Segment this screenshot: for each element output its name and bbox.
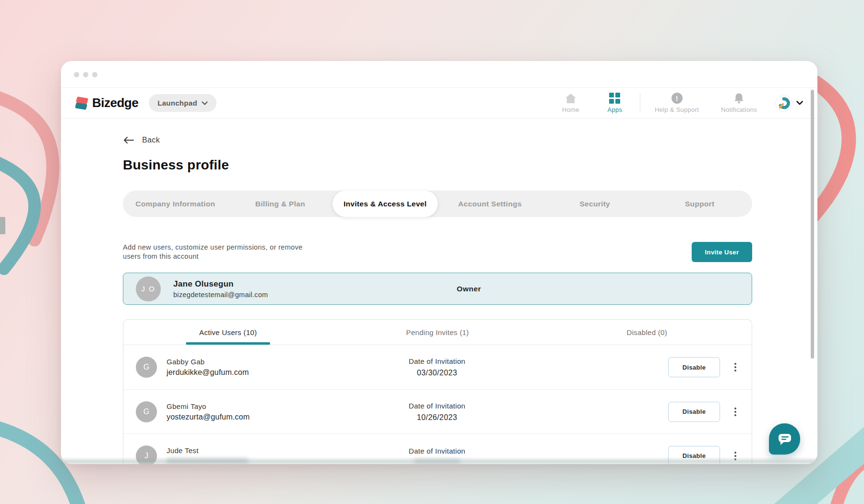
header-nav: Home Apps ! Help & Support Notifications [558,93,803,113]
chat-launcher-button[interactable] [769,423,800,455]
profile-avatar-logo-icon [778,97,790,109]
launchpad-button[interactable]: Launchpad [149,94,216,112]
window-chrome [61,61,817,87]
app-header: Bizedge Launchpad Home Apps ! [61,87,817,119]
invite-user-button[interactable]: Invite User [692,242,752,262]
profile-avatar [775,95,792,112]
profile-menu[interactable] [775,95,803,112]
launchpad-label: Launchpad [157,99,197,107]
invitation-date-label: Date of Invitation [347,402,528,410]
disable-button[interactable]: Disable [668,357,720,377]
user-list-tabs: Active Users (10) Pending Invites (1) Di… [123,320,752,345]
tab-active-users-label: Active Users (10) [199,328,257,336]
tab-company-information[interactable]: Company Information [123,191,228,217]
app-window: Bizedge Launchpad Home Apps ! [61,61,817,464]
arrow-left-icon [123,136,134,144]
user-avatar-initial: G [136,401,157,422]
window-dot [74,72,79,77]
user-row: G Gbemi Tayo yostezurta@gufum.com Date o… [123,389,752,433]
user-row: J Jude Test Date of Invitation Disable [123,433,752,464]
tab-pending-invites-label: Pending Invites (1) [406,328,469,336]
owner-email: bizegdetestemail@gmail.com [173,291,268,299]
chevron-down-icon[interactable] [796,101,803,105]
owner-card: J O Jane Olusegun bizegdetestemail@gmail… [123,273,752,305]
tab-support[interactable]: Support [648,191,753,217]
nav-divider [640,94,640,113]
nav-notifications[interactable]: Notifications [721,93,757,113]
kebab-menu-button[interactable] [732,406,738,418]
kebab-menu-button[interactable] [732,361,738,373]
chevron-down-icon [202,101,208,105]
user-email: yostezurta@gufum.com [167,413,250,421]
tab-account-settings[interactable]: Account Settings [438,191,543,217]
window-dot [83,72,88,77]
user-name: Gbemi Tayo [167,402,250,410]
invitation-date: 10/26/2023 [347,413,528,422]
tab-pending-invites[interactable]: Pending Invites (1) [333,320,542,345]
profile-tab-bar: Company Information Billing & Plan Invit… [123,191,752,217]
invitation-date: 03/30/2023 [347,369,528,377]
nav-apps[interactable]: Apps [602,93,627,113]
scrollbar[interactable] [811,90,814,359]
section-description-line2: users from this account [123,252,302,261]
owner-info: Jane Olusegun bizegdetestemail@gmail.com [173,279,268,299]
blurred-invitation-date [414,459,460,465]
nav-help-support[interactable]: ! Help & Support [655,93,699,113]
disable-button[interactable]: Disable [668,402,720,422]
tab-billing-plan[interactable]: Billing & Plan [228,191,333,217]
owner-role-badge: Owner [457,285,481,293]
invites-toolbar: Add new users, customize user permission… [123,242,752,262]
invitation-date-label: Date of Invitation [347,357,528,365]
home-icon [565,93,576,104]
blurred-user-email [167,458,248,464]
bell-icon [734,93,744,104]
chat-icon [777,432,793,447]
brand-logo-icon [75,96,88,110]
tab-security[interactable]: Security [542,191,648,217]
user-email: jerdukikke@gufum.com [167,368,249,377]
nav-apps-label: Apps [607,106,622,113]
nav-notifications-label: Notifications [721,106,757,113]
user-name: Gabby Gab [167,358,249,366]
apps-grid-icon [609,93,620,104]
nav-home-label: Home [562,106,579,113]
window-dot [92,72,97,77]
users-card: Active Users (10) Pending Invites (1) Di… [123,319,752,464]
disable-button[interactable]: Disable [668,446,720,465]
help-circle-icon: ! [672,93,683,104]
invitation-date-label: Date of Invitation [347,447,528,455]
active-tab-underline [186,342,270,345]
back-button[interactable]: Back [123,136,176,144]
window-controls [74,72,97,77]
user-name: Jude Test [167,446,248,455]
main-content: Back Business profile Company Informatio… [61,136,817,464]
section-description-line1: Add new users, customize user permission… [123,243,302,252]
tab-disabled[interactable]: Disabled (0) [542,320,752,345]
brand-name: Bizedge [92,96,138,110]
section-description: Add new users, customize user permission… [123,243,302,261]
kebab-menu-button[interactable] [732,450,738,462]
tab-active-users[interactable]: Active Users (10) [123,320,333,345]
tab-invites-access-level[interactable]: Invites & Access Level [333,191,438,217]
owner-avatar: J O [136,276,161,301]
user-avatar-initial: J [136,445,157,465]
nav-home[interactable]: Home [558,93,583,113]
user-avatar-initial: G [136,357,157,378]
tab-disabled-label: Disabled (0) [627,328,667,336]
user-row: G Gabby Gab jerdukikke@gufum.com Date of… [123,345,752,389]
back-label: Back [142,136,160,144]
brand-logo: Bizedge [75,96,138,110]
nav-help-label: Help & Support [655,106,699,113]
page-title: Business profile [123,157,752,173]
owner-name: Jane Olusegun [173,279,268,289]
